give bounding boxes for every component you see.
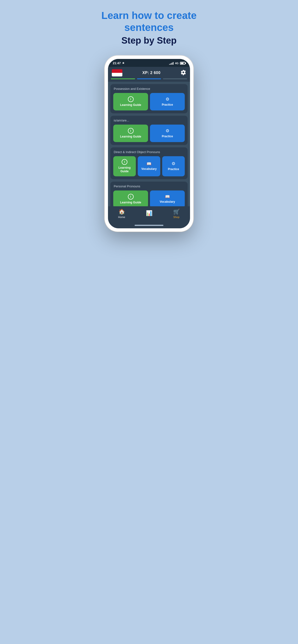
isamre-practice-label: Practice	[162, 135, 173, 138]
flag-red	[112, 69, 122, 73]
status-bar: 21:47 4G 67	[108, 59, 190, 67]
content-area: Possession and Existence i Learning Guid…	[108, 82, 190, 206]
network-label: 4G	[175, 62, 179, 65]
shop-icon: 🛒	[173, 209, 180, 215]
xp-label: XP: 2 600	[142, 71, 161, 75]
info-icon: i	[128, 96, 134, 102]
progress-tab-1[interactable]	[111, 78, 135, 79]
section-direct-indirect-buttons: i LearningGuide 📖 Vocabulary ⚙ Practice	[113, 156, 185, 176]
possession-learning-guide-button[interactable]: i Learning Guide	[113, 93, 148, 110]
practice-gear-icon-2: ⚙	[166, 128, 169, 134]
direct-practice-button[interactable]: ⚙ Practice	[162, 156, 185, 176]
vocabulary-book-icon-2: 📖	[165, 194, 170, 199]
signal-bars	[169, 62, 174, 65]
headline: Learn how to create sentences Step by St…	[101, 10, 197, 46]
info-icon-2: i	[128, 128, 134, 134]
home-icon: 🏠	[118, 209, 125, 215]
settings-button[interactable]	[181, 70, 186, 76]
section-is-am-are-title: is/am/are...	[113, 118, 185, 122]
direct-vocabulary-label: Vocabulary	[141, 167, 157, 171]
personal-learning-label: Learning Guide	[120, 201, 141, 204]
personal-vocabulary-label: Vocabulary	[160, 200, 175, 204]
vocabulary-book-icon: 📖	[146, 162, 152, 166]
section-personal-pronouns-title: Personal Pronouns	[113, 184, 185, 188]
isamre-learning-label: Learning Guide	[120, 135, 141, 139]
section-possession-title: Possession and Existence	[113, 87, 185, 90]
isamre-practice-button[interactable]: ⚙ Practice	[150, 124, 185, 142]
phone-frame: 21:47 4G 67 XP: 2 60	[105, 56, 193, 232]
nav-shop[interactable]: 🛒 Shop	[168, 209, 185, 218]
nav-shop-label: Shop	[173, 216, 180, 218]
bottom-nav: 🏠 Home 📊 🛒 Shop	[108, 206, 190, 223]
home-bar-line	[135, 225, 163, 226]
nav-home[interactable]: 🏠 Home	[113, 209, 130, 218]
headline-line3: Step by Step	[101, 35, 197, 46]
home-indicator	[108, 223, 190, 228]
progress-tab-2[interactable]	[137, 78, 161, 79]
section-is-am-are: is/am/are... i Learning Guide ⚙ Practice	[110, 116, 188, 145]
status-time: 21:47	[113, 61, 124, 65]
section-personal-pronouns: Personal Pronouns i Learning Guide 📖 Voc…	[110, 182, 188, 206]
info-icon-4: i	[128, 194, 134, 200]
practice-gear-icon-3: ⚙	[172, 161, 175, 166]
stats-icon: 📊	[146, 210, 152, 216]
battery-icon: 67	[180, 62, 185, 65]
personal-learning-guide-button[interactable]: i Learning Guide	[113, 190, 148, 206]
nav-stats[interactable]: 📊	[140, 210, 158, 217]
section-direct-indirect-title: Direct & Indirect Object Pronouns	[113, 150, 185, 154]
personal-vocabulary-button[interactable]: 📖 Vocabulary	[150, 190, 185, 206]
direct-learning-guide-button[interactable]: i LearningGuide	[113, 156, 136, 176]
isamre-learning-guide-button[interactable]: i Learning Guide	[113, 124, 148, 142]
practice-gear-icon: ⚙	[166, 96, 169, 102]
section-is-am-are-buttons: i Learning Guide ⚙ Practice	[113, 124, 185, 142]
indonesia-flag	[112, 69, 122, 76]
section-personal-pronouns-buttons: i Learning Guide 📖 Vocabulary	[113, 190, 185, 206]
flag-white	[112, 73, 122, 76]
direct-vocabulary-button[interactable]: 📖 Vocabulary	[138, 156, 160, 176]
possession-practice-button[interactable]: ⚙ Practice	[150, 93, 185, 110]
progress-tabs	[108, 78, 190, 82]
info-icon-3: i	[122, 159, 127, 165]
app-header: XP: 2 600	[108, 67, 190, 78]
progress-tab-3[interactable]	[163, 78, 187, 79]
headline-line1: Learn how to create sentences	[101, 10, 197, 34]
phone-screen: 21:47 4G 67 XP: 2 60	[108, 59, 190, 228]
possession-learning-label: Learning Guide	[120, 103, 141, 107]
section-possession: Possession and Existence i Learning Guid…	[110, 84, 188, 113]
section-possession-buttons: i Learning Guide ⚙ Practice	[113, 93, 185, 110]
section-direct-indirect: Direct & Indirect Object Pronouns i Lear…	[110, 147, 188, 179]
nav-home-label: Home	[118, 216, 125, 218]
status-right: 4G 67	[169, 62, 185, 65]
possession-practice-label: Practice	[162, 103, 173, 107]
direct-learning-label: LearningGuide	[118, 166, 131, 174]
direct-practice-label: Practice	[168, 168, 179, 171]
